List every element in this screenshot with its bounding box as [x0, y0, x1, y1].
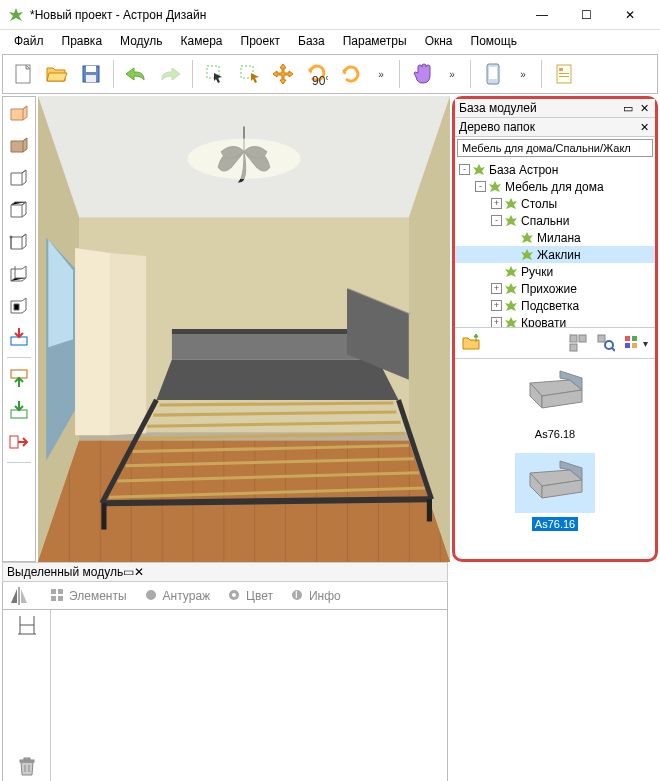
dimension-tool[interactable] [16, 614, 38, 636]
shape-box-4[interactable] [5, 195, 33, 223]
select-tool[interactable] [199, 58, 231, 90]
tree-node[interactable]: -Спальни [455, 212, 655, 229]
menu-правка[interactable]: Правка [54, 32, 111, 50]
tree-label: Спальни [521, 214, 569, 228]
selected-module-content [2, 610, 448, 781]
menu-файл[interactable]: Файл [6, 32, 52, 50]
tree-node[interactable]: Милана [455, 229, 655, 246]
folder-tree-close-icon[interactable]: ✕ [637, 120, 651, 134]
menu-модуль[interactable]: Модуль [112, 32, 171, 50]
svg-point-13 [10, 236, 13, 239]
tab-color[interactable]: Цвет [220, 586, 281, 606]
move-tool[interactable] [267, 58, 299, 90]
shape-box-1[interactable] [5, 99, 33, 127]
tree-node[interactable]: -Мебель для дома [455, 178, 655, 195]
tree-label: Кровати [521, 316, 566, 328]
maximize-button[interactable]: ☐ [564, 1, 608, 29]
minimize-button[interactable]: — [520, 1, 564, 29]
undo-button[interactable] [120, 58, 152, 90]
folder-tree-title: Дерево папок [459, 120, 535, 134]
menu-окна[interactable]: Окна [417, 32, 461, 50]
view-large-button[interactable] [565, 330, 591, 356]
tree-node[interactable]: +Кровати [455, 314, 655, 327]
toolbar-overflow-2[interactable]: » [440, 58, 464, 90]
expand-icon[interactable]: + [491, 317, 502, 327]
shape-box-3[interactable] [5, 163, 33, 191]
svg-rect-17 [10, 436, 18, 448]
menu-проект[interactable]: Проект [233, 32, 289, 50]
menu-база[interactable]: База [290, 32, 333, 50]
window-title: *Новый проект - Астрон Дизайн [30, 8, 520, 22]
shape-box-7[interactable] [5, 291, 33, 319]
module-label: As76.18 [532, 427, 578, 441]
svg-marker-33 [156, 359, 398, 400]
module-item[interactable]: As76.16 [510, 453, 600, 531]
collapse-icon[interactable]: - [475, 181, 486, 192]
toolbar-overflow-3[interactable]: » [511, 58, 535, 90]
panel-pin-icon[interactable]: ▭ [621, 101, 635, 115]
close-button[interactable]: ✕ [608, 1, 652, 29]
collapse-icon[interactable]: - [459, 164, 470, 175]
mirror-tool[interactable] [7, 585, 31, 607]
selpanel-close-icon[interactable]: ✕ [134, 565, 144, 579]
expand-icon[interactable]: + [491, 198, 502, 209]
module-list[interactable]: As76.18As76.16 [455, 359, 655, 559]
module-item[interactable]: As76.18 [510, 363, 600, 441]
svg-rect-54 [570, 344, 577, 351]
trash-button[interactable] [18, 757, 36, 777]
rotate-90-tool[interactable]: 90° [301, 58, 333, 90]
import-down[interactable] [5, 323, 33, 351]
module-db-title: База модулей [459, 101, 537, 115]
phone-tool[interactable] [477, 58, 509, 90]
shape-box-6[interactable] [5, 259, 33, 287]
export-up[interactable] [5, 364, 33, 392]
svg-line-49 [102, 499, 432, 503]
svg-rect-72 [58, 589, 63, 594]
open-file-button[interactable] [41, 58, 73, 90]
svg-marker-30 [110, 253, 146, 435]
rotate-tool[interactable] [335, 58, 367, 90]
tree-node[interactable]: +Подсветка [455, 297, 655, 314]
panel-close-icon[interactable]: ✕ [637, 101, 651, 115]
svg-rect-59 [632, 336, 637, 341]
select-similar-tool[interactable] [233, 58, 265, 90]
view-mode-dropdown[interactable]: ▾ [621, 330, 651, 356]
toolbar-overflow-1[interactable]: » [369, 58, 393, 90]
expand-icon[interactable]: + [491, 283, 502, 294]
svg-rect-8 [489, 67, 497, 79]
report-tool[interactable] [548, 58, 580, 90]
svg-text:90°: 90° [312, 74, 328, 86]
selected-module-main [51, 610, 447, 781]
tree-node[interactable]: Ручки [455, 263, 655, 280]
tab-info[interactable]: iИнфо [283, 586, 349, 606]
tab-elements[interactable]: Элементы [43, 586, 135, 606]
breadcrumb[interactable]: Мебель для дома/Спальни/Жакл [457, 139, 653, 157]
selpanel-pin-icon[interactable]: ▭ [123, 565, 134, 579]
tree-node[interactable]: Жаклин [455, 246, 655, 263]
folder-icon [504, 197, 518, 211]
shape-box-5[interactable] [5, 227, 33, 255]
view-search-button[interactable] [593, 330, 619, 356]
tree-label: Прихожие [521, 282, 577, 296]
save-file-button[interactable] [75, 58, 107, 90]
tab-entourage[interactable]: Антураж [137, 586, 219, 606]
redo-button[interactable] [154, 58, 186, 90]
pan-tool[interactable] [406, 58, 438, 90]
new-file-button[interactable] [7, 58, 39, 90]
tree-node[interactable]: +Столы [455, 195, 655, 212]
collapse-icon[interactable]: - [491, 215, 502, 226]
folder-up-button[interactable] [459, 330, 485, 356]
viewport-3d[interactable] [38, 96, 450, 562]
tree-node[interactable]: +Прихожие [455, 280, 655, 297]
expand-icon[interactable]: + [491, 300, 502, 311]
svg-point-32 [187, 139, 300, 180]
menu-помощь[interactable]: Помощь [463, 32, 525, 50]
menu-параметры[interactable]: Параметры [335, 32, 415, 50]
tree-node[interactable]: -База Астрон [455, 161, 655, 178]
export-down[interactable] [5, 396, 33, 424]
selected-module-tabs: Элементы Антураж Цвет iИнфо [2, 582, 448, 610]
folder-tree[interactable]: -База Астрон-Мебель для дома+Столы-Спаль… [455, 159, 655, 327]
shape-box-2[interactable] [5, 131, 33, 159]
menu-камера[interactable]: Камера [173, 32, 231, 50]
export-right[interactable] [5, 428, 33, 456]
